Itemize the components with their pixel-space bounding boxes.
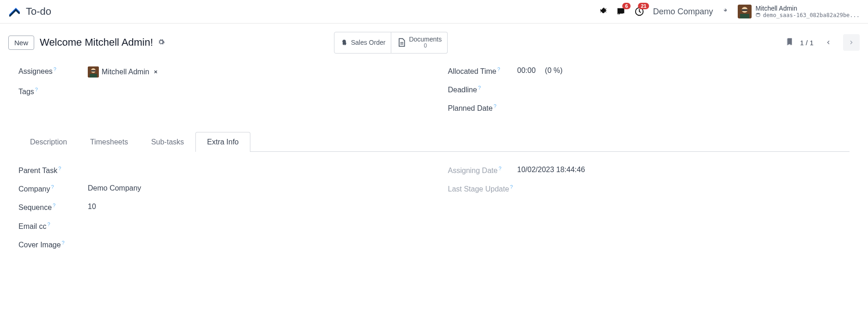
user-menu[interactable]: Mitchell Admin demo_saas-163_082ba82a29b… bbox=[738, 5, 860, 18]
activities-badge: 21 bbox=[638, 3, 649, 9]
tab-subtasks[interactable]: Sub-tasks bbox=[140, 132, 195, 152]
tags-label: Tags bbox=[18, 88, 34, 96]
allocated-time-field[interactable]: 00:00 (0 %) bbox=[517, 66, 563, 75]
planned-date-label: Planned Date bbox=[448, 105, 493, 113]
help-icon[interactable]: ? bbox=[510, 184, 513, 190]
app-title[interactable]: To-do bbox=[26, 6, 51, 18]
avatar bbox=[88, 66, 99, 78]
company-field[interactable]: Demo Company bbox=[88, 184, 141, 192]
notebook-tabs: Description Timesheets Sub-tasks Extra I… bbox=[18, 132, 850, 152]
allocated-time-value: 00:00 bbox=[517, 66, 536, 75]
cover-image-label: Cover Image bbox=[18, 241, 61, 249]
help-icon[interactable]: ? bbox=[58, 166, 61, 171]
prev-button[interactable] bbox=[820, 34, 837, 51]
tab-timesheets[interactable]: Timesheets bbox=[79, 132, 140, 152]
bookmark-icon[interactable] bbox=[785, 37, 794, 48]
company-switcher[interactable]: Demo Company bbox=[653, 7, 713, 17]
help-icon[interactable]: ? bbox=[54, 66, 56, 72]
documents-count: 0 bbox=[409, 43, 442, 49]
assignees-label: Assignees bbox=[18, 67, 53, 75]
company-label: Company bbox=[18, 185, 50, 193]
activities-button[interactable]: 21 bbox=[634, 6, 644, 17]
debug-icon[interactable] bbox=[599, 7, 607, 17]
help-icon[interactable]: ? bbox=[35, 87, 38, 92]
svg-point-5 bbox=[756, 13, 760, 14]
svg-rect-4 bbox=[740, 14, 749, 18]
sales-order-button[interactable]: Sales Order bbox=[334, 32, 392, 54]
breadcrumb-title[interactable]: Welcome Mitchell Admin! bbox=[40, 36, 153, 48]
tools-icon[interactable] bbox=[721, 7, 729, 17]
messages-badge: 6 bbox=[622, 3, 631, 9]
messages-button[interactable]: 6 bbox=[616, 6, 626, 17]
gear-icon[interactable] bbox=[158, 38, 165, 47]
topbar: To-do 6 21 Demo Company Mitchell Admin d… bbox=[0, 0, 868, 24]
assigning-date-value: 10/02/2023 18:44:46 bbox=[517, 166, 585, 174]
parent-task-label: Parent Task bbox=[18, 167, 57, 174]
help-icon[interactable]: ? bbox=[62, 240, 65, 245]
app-icon[interactable] bbox=[8, 5, 21, 18]
assigning-date-label: Assigning Date bbox=[448, 167, 498, 174]
assignee-chip[interactable]: Mitchell Admin × bbox=[88, 66, 158, 78]
sequence-label: Sequence bbox=[18, 204, 52, 212]
last-stage-label: Last Stage Update bbox=[448, 185, 510, 193]
sales-order-label: Sales Order bbox=[351, 39, 386, 46]
deadline-label: Deadline bbox=[448, 86, 477, 94]
remove-tag-icon[interactable]: × bbox=[154, 68, 158, 75]
help-icon[interactable]: ? bbox=[51, 184, 54, 190]
tab-description[interactable]: Description bbox=[18, 132, 79, 152]
user-name: Mitchell Admin bbox=[755, 5, 860, 12]
documents-button[interactable]: Documents 0 bbox=[391, 32, 448, 54]
allocated-time-label: Allocated Time bbox=[448, 67, 497, 75]
next-button[interactable] bbox=[843, 34, 860, 51]
documents-label: Documents bbox=[409, 36, 442, 43]
help-icon[interactable]: ? bbox=[53, 203, 55, 208]
tab-extra-info[interactable]: Extra Info bbox=[195, 132, 250, 152]
help-icon[interactable]: ? bbox=[493, 103, 496, 109]
database-name: demo_saas-163_082ba82a29be... bbox=[755, 12, 860, 18]
sequence-field[interactable]: 10 bbox=[88, 203, 96, 211]
form-sheet: Assignees? Mitchell Admin × Tags? Alloca… bbox=[0, 62, 868, 273]
allocated-time-pct: (0 %) bbox=[545, 66, 563, 75]
email-cc-label: Email cc bbox=[18, 222, 46, 230]
svg-rect-8 bbox=[91, 70, 96, 72]
control-panel: New Welcome Mitchell Admin! Sales Order … bbox=[0, 24, 868, 62]
help-icon[interactable]: ? bbox=[478, 85, 481, 90]
help-icon[interactable]: ? bbox=[498, 166, 501, 171]
pager[interactable]: 1 / 1 bbox=[800, 39, 813, 47]
assignee-name: Mitchell Admin bbox=[102, 68, 149, 76]
help-icon[interactable]: ? bbox=[497, 66, 500, 72]
help-icon[interactable]: ? bbox=[47, 221, 50, 227]
svg-rect-3 bbox=[742, 9, 748, 11]
avatar bbox=[738, 5, 752, 18]
new-button[interactable]: New bbox=[8, 36, 34, 50]
svg-rect-9 bbox=[90, 74, 97, 78]
